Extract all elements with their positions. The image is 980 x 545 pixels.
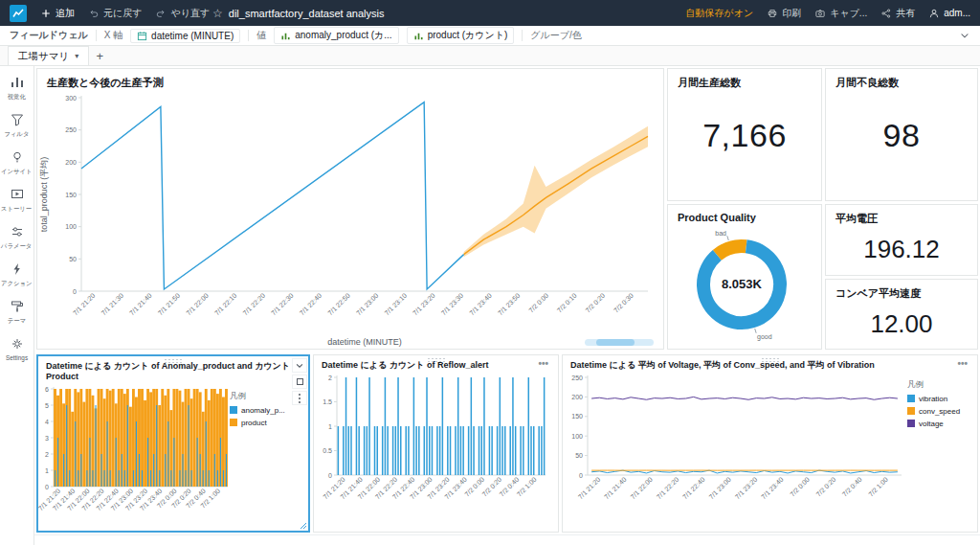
field-pill-product[interactable]: product (カウント) [407,27,515,44]
svg-text:7/1 22:30: 7/1 22:30 [270,292,295,317]
kpi-monthly-production-panel[interactable]: 月間生産総数 7,166 [667,68,822,201]
sidebar-item-settings[interactable]: Settings [0,331,34,368]
legend-item[interactable]: product [230,419,285,427]
reflow-chart-svg[interactable]: 00.511.527/1 21:207/1 21:407/1 22:007/1 … [314,372,551,517]
svg-text:200: 200 [571,394,583,400]
svg-text:150: 150 [571,413,583,420]
redo-label: やり直す [170,7,210,20]
sensors-chart-svg[interactable]: 0501001502002507/1 21:207/1 21:407/1 22:… [563,372,907,517]
sidebar-item-label: Settings [6,354,28,362]
production-chart-svg[interactable]: 0501001502002503007/1 21:207/1 21:307/1 … [37,92,657,349]
svg-text:250: 250 [65,126,77,133]
legend-label: conv_speed [919,407,960,416]
redo-button[interactable]: やり直す [155,7,210,20]
drag-handle[interactable] [761,357,780,362]
left-sidebar: 視覚化 フィルタ インサイト ストーリー パラメータ アクション テーマ Set… [0,66,34,545]
sidebar-item-insights[interactable]: インサイト [0,145,34,182]
svg-text:7/1 21:20: 7/1 21:20 [72,292,97,317]
collapse-visual-button[interactable] [292,358,307,373]
print-button[interactable]: 印刷 [767,7,801,20]
visual-menu-button[interactable] [292,391,307,405]
kpi-average-voltage-panel[interactable]: 平均電圧 196.12 [825,204,978,276]
legend-swatch [907,407,915,415]
drag-handle[interactable] [427,357,446,362]
drag-handle[interactable] [164,358,183,363]
legend-item[interactable]: voltage [907,420,963,428]
favorite-star-icon[interactable]: ☆ [212,7,223,20]
undo-button[interactable]: 元に戻す [88,7,142,20]
add-button[interactable]: 追加 [40,7,75,20]
sidebar-item-actions[interactable]: アクション [0,257,34,294]
visual-menu-icon[interactable]: ••• [536,360,550,368]
legend-item[interactable]: vibration [907,395,963,403]
kpi-value: 196.12 [826,235,977,264]
svg-text:0: 0 [73,288,77,295]
anomaly-product-panel[interactable]: Datetime による カウント of Anomaly_product and… [36,354,310,533]
divider [522,30,523,41]
svg-text:good: good [757,333,772,341]
kpi-conveyor-speed-panel[interactable]: コンベア平均速度 12.00 [825,279,978,350]
svg-text:2: 2 [45,450,49,457]
product-quality-panel[interactable]: Product Quality badgood8.053K [667,204,822,350]
maximize-visual-button[interactable] [292,375,307,389]
svg-text:0: 0 [45,483,49,489]
zoom-handle[interactable] [596,339,635,346]
calendar-icon [137,31,147,41]
collapse-field-wells-chevron[interactable] [959,30,970,41]
capture-label: キャプ... [830,7,867,20]
sidebar-item-label: フィルタ [4,130,29,139]
field-pill-anomaly-product[interactable]: anomaly_product (カ... [274,27,398,44]
sheet-tab-label: 工場サマリ [18,50,69,63]
add-sheet-button[interactable]: + [89,46,110,65]
svg-text:7/2 0:10: 7/2 0:10 [556,292,578,314]
sidebar-item-visualize[interactable]: 視覚化 [0,70,34,107]
chart-zoom-scrollbar[interactable] [585,339,654,346]
share-button[interactable]: 共有 [880,7,915,20]
undo-icon [88,8,100,19]
legend-item[interactable]: conv_speed [907,407,963,416]
svg-text:100: 100 [65,223,77,230]
capture-button[interactable]: キャプ... [814,7,867,20]
kpi-monthly-defects-panel[interactable]: 月間不良総数 98 [825,68,978,201]
sensors-panel[interactable]: Datetime による 平均 of Voltage, 平均 of Conv_s… [562,354,978,533]
measure-icon [280,31,291,41]
svg-text:7/1 23:40: 7/1 23:40 [468,292,493,317]
visual-menu-icon[interactable]: ••• [955,360,969,368]
production-forecast-panel[interactable]: 生産数と今後の生産予測 0501001502002503007/1 21:207… [36,68,664,350]
sidebar-item-filter[interactable]: フィルタ [0,107,34,145]
svg-text:7/1 23:00: 7/1 23:00 [355,292,380,317]
svg-text:0: 0 [328,471,332,478]
quicksight-logo[interactable] [10,5,27,22]
svg-text:7/1 22:40: 7/1 22:40 [299,292,323,317]
sidebar-item-themes[interactable]: テーマ [0,294,34,331]
svg-text:200: 200 [65,159,77,166]
svg-text:8.053K: 8.053K [722,277,763,291]
sliders-icon [10,224,25,239]
svg-text:7/2 0:30: 7/2 0:30 [612,292,635,314]
funnel-icon [10,112,25,127]
sidebar-item-parameters[interactable]: パラメータ [0,219,34,257]
user-menu[interactable]: adm... [928,8,970,19]
sheet-tab-factory-summary[interactable]: 工場サマリ ▾ [8,46,89,65]
legend-item[interactable]: anomaly_p... [230,406,285,415]
autosave-toggle[interactable]: 自動保存がオン [685,7,753,20]
resize-handle[interactable] [299,521,307,530]
maximize-icon [297,378,303,385]
field-pill-datetime[interactable]: datetime (MINUTE) [130,29,240,43]
kpi-title: 月間生産総数 [668,69,821,92]
svg-text:7/1 22:40: 7/1 22:40 [681,475,706,500]
field-wells-label: フィールドウェル [10,29,88,42]
anomaly-chart-svg[interactable]: 01234567/1 21:207/1 21:407/1 22:007/1 22… [38,383,230,529]
sidebar-item-label: ストーリー [1,205,32,214]
svg-text:7/1 21:40: 7/1 21:40 [128,292,153,317]
sidebar-item-story[interactable]: ストーリー [0,182,34,219]
quality-donut-svg[interactable]: badgood8.053K [669,225,820,350]
svg-text:7/1 23:00: 7/1 23:00 [707,475,732,500]
reflow-alert-panel[interactable]: Datetime による カウント of Reflow_alert ••• 00… [313,354,559,533]
share-label: 共有 [896,7,915,20]
legend-label: voltage [919,420,944,428]
sidebar-item-label: 視覚化 [8,93,26,102]
legend-swatch [907,420,915,427]
svg-text:5: 5 [45,401,49,408]
svg-text:7/1 21:20: 7/1 21:20 [577,475,602,500]
